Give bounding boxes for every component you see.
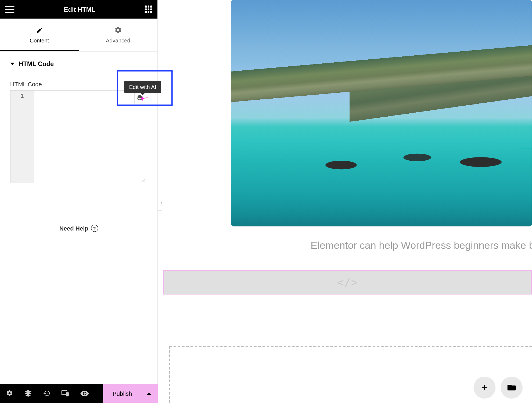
code-icon: </> [337,276,358,289]
publish-button[interactable]: Publish [103,384,158,403]
line-gutter: 1 [10,91,34,183]
publish-label: Publish [113,390,132,397]
template-library-button[interactable] [501,377,523,399]
settings-icon[interactable] [6,390,13,397]
hero-caption: Elementor can help WordPress beginners m… [311,239,532,251]
need-help-link[interactable]: Need Help ? [0,225,157,232]
plus-icon [480,383,489,392]
help-label: Need Help [59,225,88,232]
tab-advanced[interactable]: Advanced [79,19,157,51]
line-number: 1 [10,92,34,99]
panel-tabs: Content Advanced [0,19,157,52]
editor-sidebar: Edit HTML Content Advanced HTML Code [0,0,158,403]
panel-title: Edit HTML [15,6,145,13]
chevron-up-icon [147,392,151,394]
folder-icon [507,384,516,391]
sparkle-icon[interactable]: ✦⁺ [140,95,149,103]
section-html-code[interactable]: HTML Code [0,52,157,71]
hero-image [231,0,532,226]
add-widget-button[interactable] [473,377,495,399]
tab-advanced-label: Advanced [106,37,130,44]
sidebar-footer: Publish [0,384,158,403]
resize-handle[interactable] [142,178,146,182]
gear-icon [114,26,122,34]
html-widget-placeholder[interactable]: </> [163,270,532,294]
widget-dropzone[interactable] [169,346,532,403]
ai-tooltip: Edit with AI [124,81,161,93]
preview-icon[interactable] [80,390,89,396]
help-icon: ? [91,225,98,232]
tab-content[interactable]: Content [0,19,79,51]
preview-canvas: Elementor can help WordPress beginners m… [162,0,532,403]
tab-content-label: Content [30,37,49,44]
section-title: HTML Code [19,60,54,67]
responsive-icon[interactable] [61,390,69,397]
widgets-grid-icon[interactable] [145,5,152,13]
chevron-down-icon [10,62,15,65]
sidebar-header: Edit HTML [0,0,157,19]
menu-icon[interactable] [5,6,15,13]
pencil-icon [36,26,43,34]
svg-rect-2 [66,392,69,396]
navigator-icon[interactable] [24,389,32,397]
history-icon[interactable] [43,390,51,397]
